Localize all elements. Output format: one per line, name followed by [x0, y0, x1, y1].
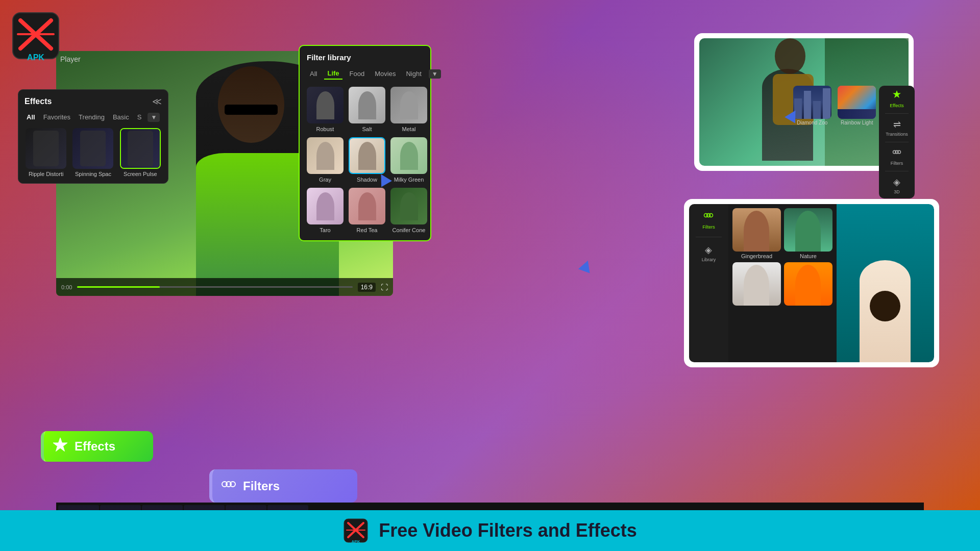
filter-shadow-shape — [358, 142, 376, 170]
filter-tab-all[interactable]: All — [307, 68, 320, 79]
filter-metal[interactable]: Metal — [390, 87, 427, 132]
filter-conifer-cone[interactable]: Conifer Cone — [390, 188, 427, 233]
filter-orange-jacket-thumb — [784, 262, 832, 306]
filter-conifer-cone-image — [390, 188, 427, 224]
filter-gray-image — [307, 137, 344, 174]
effect-spinning-image — [72, 128, 113, 169]
right-sidebar-3d[interactable]: ◈ 3D — [893, 177, 900, 194]
filter-tab-life[interactable]: Life — [324, 68, 342, 80]
filter-conifer-cone-thumb — [390, 188, 427, 224]
right-bottom-library-item[interactable]: ◈ Library — [702, 244, 716, 262]
effects-panel-close-button[interactable]: ≪ — [152, 96, 162, 107]
filter-metal-thumb — [390, 87, 427, 123]
filter-salt[interactable]: Salt — [349, 87, 385, 132]
effect-ripple-shape — [33, 131, 59, 166]
fullscreen-icon[interactable]: ⛶ — [381, 283, 388, 291]
right-sidebar-effects-icon — [892, 90, 901, 102]
player-sunglasses — [225, 105, 278, 115]
effect-screen-pulse[interactable]: Screen Pulse — [119, 128, 162, 177]
woman-white-shape — [744, 265, 769, 306]
player-controls[interactable]: 0:00 16:9 ⛶ — [56, 278, 393, 296]
effects-panel-title: Effects — [24, 97, 52, 106]
filter-salt-image — [349, 87, 385, 123]
filter-tab-night[interactable]: Night — [403, 68, 424, 79]
effects-panel: Effects ≪ All Favorites Trending Basic S… — [18, 89, 168, 184]
effects-tab-trending[interactable]: Trending — [77, 112, 107, 122]
filter-salt-shape — [358, 91, 376, 119]
svg-text:APK: APK — [352, 539, 360, 543]
right-effect-diamond-zoo[interactable]: Diamond Zoo — [791, 86, 834, 126]
filter-milky-green-image — [390, 137, 427, 174]
effects-tabs: All Favorites Trending Basic S ▼ — [24, 112, 162, 122]
city-bottom — [838, 109, 876, 119]
filters-icon — [220, 476, 237, 492]
filters-button[interactable]: Filters — [209, 469, 357, 503]
right-sidebar-filters[interactable]: Filters — [891, 147, 903, 166]
right-sidebar-filters-label: Filters — [891, 161, 903, 166]
filter-orange-jacket[interactable] — [784, 262, 832, 307]
filter-tab-food[interactable]: Food — [347, 68, 368, 79]
effect-spinning-thumb — [72, 128, 113, 169]
nature-person — [795, 211, 821, 252]
filter-robust[interactable]: Robust — [307, 87, 344, 132]
filters-bottom-icon — [703, 210, 714, 220]
right-sidebar-divider-1 — [885, 113, 909, 114]
filter-milky-green[interactable]: Milky Green — [390, 137, 427, 183]
filter-milky-green-thumb — [390, 137, 427, 174]
filter-taro[interactable]: Taro — [307, 188, 344, 233]
bottom-bar-logo: APK — [343, 518, 369, 543]
svg-text:APK: APK — [27, 53, 44, 61]
progress-bar[interactable] — [77, 286, 352, 288]
right-sidebar-effects[interactable]: Effects — [890, 90, 903, 108]
right-bottom-filters-item[interactable]: Filters — [702, 210, 715, 230]
filter-taro-label: Taro — [320, 227, 330, 233]
filter-conifer-cone-label: Conifer Cone — [393, 227, 426, 233]
filter-gingerbread[interactable]: Gingerbread — [732, 208, 781, 259]
effect-spinning[interactable]: Spinning Spac — [71, 128, 114, 177]
effects-tab-all[interactable]: All — [24, 112, 37, 122]
right-sidebar-divider-2 — [885, 142, 909, 142]
right-sidebar-transitions[interactable]: ⇌ Transitions — [886, 119, 908, 137]
filter-tab-movies[interactable]: Movies — [372, 68, 399, 79]
effect-screen-pulse-shape — [128, 131, 153, 166]
effects-panel-header: Effects ≪ — [24, 96, 162, 107]
filters-button-icon — [220, 476, 237, 496]
effects-button-icon — [52, 437, 68, 457]
filter-woman-white[interactable] — [732, 262, 781, 307]
aspect-ratio[interactable]: 16:9 — [358, 283, 376, 292]
effects-button[interactable]: Effects — [41, 431, 153, 462]
effects-grid: Ripple Distorti Spinning Spac Screen Pul… — [24, 128, 162, 177]
right-effects-mini-grid: Diamond Zoo Rainbow Light — [791, 86, 878, 126]
effects-tab-basic[interactable]: Basic — [111, 112, 131, 122]
filter-red-tea-shape — [358, 192, 376, 220]
filter-red-tea[interactable]: Red Tea — [349, 188, 385, 233]
filter-salt-label: Salt — [362, 126, 372, 132]
filter-shadow-image — [350, 138, 384, 173]
right-bottom-filters-icon — [703, 210, 714, 223]
timecode: 0:00 — [61, 284, 72, 290]
building-2 — [804, 91, 812, 119]
right-effect-rainbow-light[interactable]: Rainbow Light — [836, 86, 878, 126]
filter-gray-label: Gray — [319, 177, 331, 183]
filter-library-tabs: All Life Food Movies Night ▼ — [307, 68, 423, 80]
effects-tab-s[interactable]: S — [135, 112, 144, 122]
right-sidebar-transitions-label: Transitions — [886, 132, 908, 137]
right-bottom-video — [837, 204, 934, 362]
filters-button-label: Filters — [243, 479, 280, 493]
effects-tab-favorites[interactable]: Favorites — [41, 112, 72, 122]
effect-ripple[interactable]: Ripple Distorti — [24, 128, 67, 177]
right-bottom-library-icon: ◈ — [705, 244, 712, 256]
bottom-bar: APK Free Video Filters and Effects — [0, 510, 980, 551]
right-effect-rainbow-light-label: Rainbow Light — [841, 120, 873, 126]
orange-shape — [795, 265, 821, 306]
right-sidebar-divider-3 — [885, 171, 909, 171]
gingerbread-image — [732, 208, 781, 252]
effects-dropdown-button[interactable]: ▼ — [148, 113, 160, 122]
hiker-head — [775, 38, 805, 74]
effect-screen-pulse-image — [121, 129, 160, 168]
filter-nature[interactable]: Nature — [784, 208, 832, 259]
svg-marker-9 — [893, 90, 901, 98]
filter-gray[interactable]: Gray — [307, 137, 344, 183]
filter-dropdown-button[interactable]: ▼ — [429, 69, 441, 79]
filters-small-icon — [892, 147, 901, 157]
